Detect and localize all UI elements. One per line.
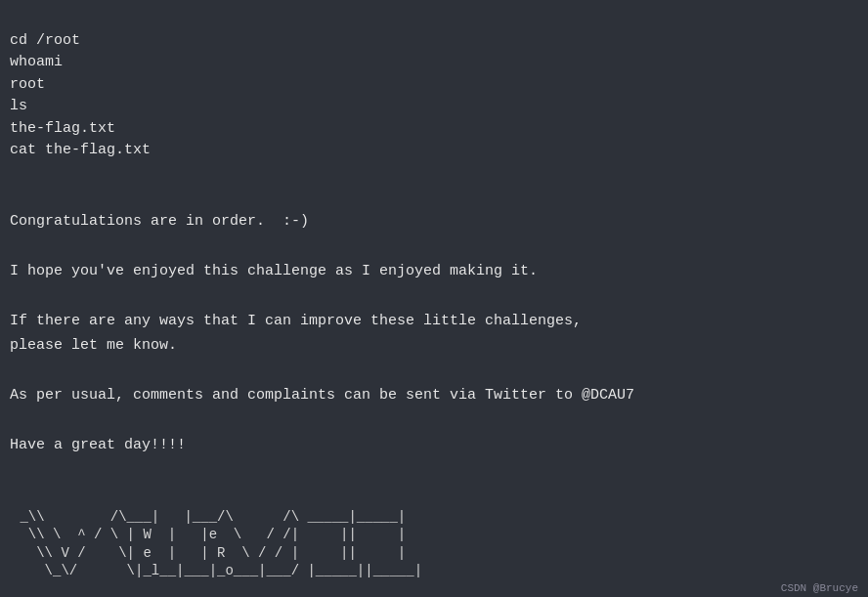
cmd-ls: ls	[10, 98, 27, 114]
cmd-whoami: whoami	[10, 54, 63, 70]
msg-congratulations: Congratulations are in order. :-)	[10, 213, 309, 230]
terminal-window: cd /root whoami root ls the-flag.txt cat…	[10, 8, 858, 483]
msg-great-day: Have a great day!!!!	[10, 437, 186, 453]
final-ascii: _\\ /\___| |___/\ /\ _____|_____| \\ \ ^…	[12, 490, 856, 579]
cmd-cd: cd /root	[10, 32, 80, 49]
msg-twitter: As per usual, comments and complaints ca…	[10, 387, 634, 404]
command-history: cd /root whoami root ls the-flag.txt cat…	[10, 8, 858, 184]
msg-enjoyed: I hope you've enjoyed this challenge as …	[10, 263, 538, 279]
watermark: CSDN @Brucye	[781, 580, 858, 597]
congratulations-messages: Congratulations are in order. :-) I hope…	[10, 184, 858, 483]
output-whoami: root	[10, 76, 45, 93]
cmd-cat: cat the-flag.txt	[10, 142, 151, 158]
output-ls: the-flag.txt	[10, 120, 115, 137]
msg-improve: If there are any ways that I can improve…	[10, 313, 582, 355]
